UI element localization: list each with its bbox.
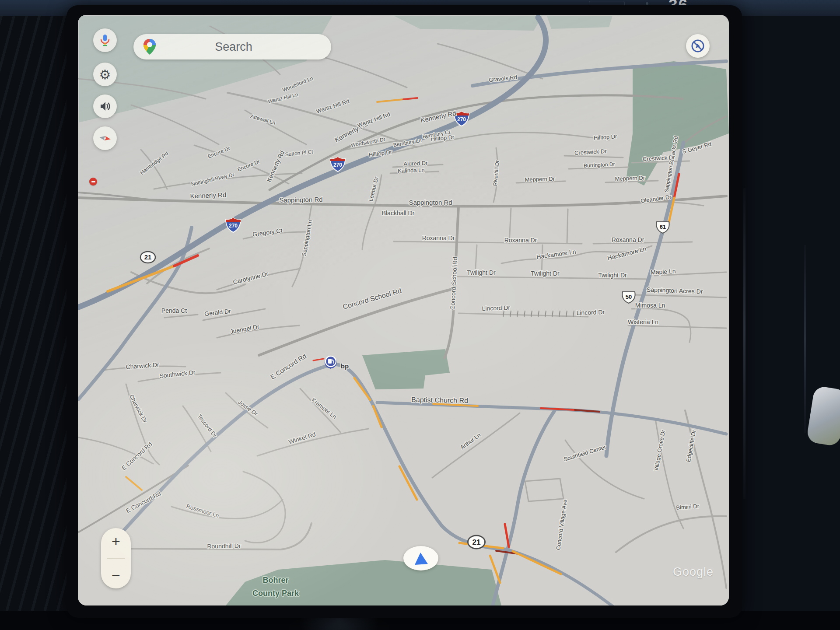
street-label: Penda Ct <box>161 307 187 314</box>
map-screen[interactable]: 27027027021216150Kennerly RdSappington R… <box>78 15 729 606</box>
street-label: Sappington Rd <box>279 196 323 204</box>
street-label: Roxanna Dr <box>504 237 537 244</box>
air-vent <box>804 245 806 433</box>
shield-number: 50 <box>626 294 632 300</box>
car-dashboard: 36 27027027021216150Kennerly RdSappingto… <box>0 0 840 630</box>
street-label: Wisteria Ln <box>628 318 658 326</box>
shield-number: 21 <box>472 538 481 546</box>
route-shield: 21 <box>468 536 485 549</box>
compass-disabled-button[interactable] <box>686 34 710 58</box>
search-placeholder: Search <box>156 40 311 54</box>
road-closed-icon <box>89 178 97 186</box>
street-label: Lincord Dr <box>576 308 605 316</box>
street-label: Meppern Dr <box>615 175 645 182</box>
route-shield: 21 <box>140 252 155 263</box>
pump-icon <box>328 359 332 364</box>
voice-search-button[interactable] <box>93 28 117 52</box>
google-attribution: Google <box>673 565 714 579</box>
shield-number: 270 <box>333 162 342 168</box>
zoom-divider <box>107 558 125 559</box>
google-maps-pin-icon <box>143 38 156 55</box>
zoom-out-button[interactable]: − <box>101 562 131 588</box>
dashboard-right-trim <box>735 16 840 630</box>
settings-button[interactable]: ⚙ <box>93 63 117 86</box>
street-label: Lincord Dr <box>482 304 510 312</box>
shield-number: 61 <box>660 224 666 230</box>
speaker-icon <box>99 100 111 112</box>
street-label: Sappington Rd <box>409 199 452 206</box>
gear-icon: ⚙ <box>99 67 111 82</box>
street-label: Meppern Dr <box>525 175 555 183</box>
street-label: Roxanna Dr <box>612 236 644 243</box>
street-label: Twilight Dr <box>467 269 496 276</box>
status-dot <box>646 2 648 5</box>
map-canvas[interactable]: 27027027021216150Kennerly RdSappington R… <box>78 15 729 606</box>
navigation-arrow-icon <box>414 552 428 564</box>
park-area <box>547 16 612 29</box>
street-label: Blackhall Dr <box>382 210 415 217</box>
shield-number: 270 <box>457 116 466 122</box>
street-label: Roxanna Dr <box>422 234 455 242</box>
street-label: Maple Ln <box>651 268 676 276</box>
park-label: County Park <box>252 589 299 598</box>
street-label: Twilight Dr <box>598 272 627 279</box>
street-label: Aldred Dr <box>403 160 428 167</box>
street-label: Mimosa Ln <box>635 302 665 309</box>
street-label: Kalinda Ln <box>398 167 425 174</box>
compass-needle-icon <box>98 132 112 145</box>
zoom-in-button[interactable]: + <box>101 528 131 554</box>
air-vent <box>743 188 746 499</box>
compass-button[interactable] <box>93 126 117 150</box>
volume-button[interactable] <box>93 94 117 118</box>
street-label: Twilight Dr <box>531 270 560 277</box>
park-label: Bohrer <box>262 576 288 584</box>
search-bar[interactable]: Search <box>133 34 331 60</box>
poi-label: bp <box>341 362 349 370</box>
crossed-circle-icon <box>690 38 705 53</box>
shield-number: 270 <box>229 223 238 229</box>
microphone-icon <box>98 34 112 47</box>
recenter-navigation-button[interactable] <box>403 546 438 570</box>
street-label: Baptist Church Rd <box>411 396 468 404</box>
shield-number: 21 <box>144 253 152 261</box>
zoom-controls: + − <box>101 528 131 588</box>
road-path <box>567 209 568 243</box>
street-label: Kennerly Rd <box>190 191 226 200</box>
street-label: Roundhill Dr <box>207 542 241 550</box>
